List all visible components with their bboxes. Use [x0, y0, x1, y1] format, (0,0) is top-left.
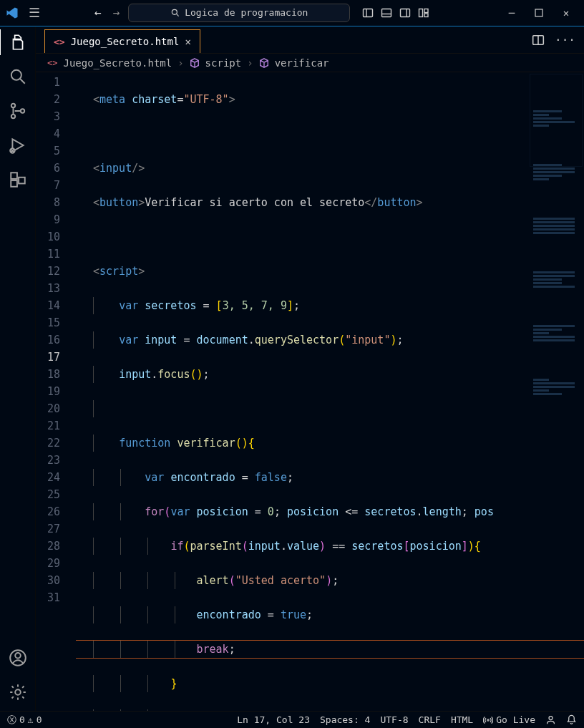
svg-rect-2 [364, 9, 373, 16]
html-file-icon: <> [54, 37, 65, 47]
nav-back-icon[interactable]: ← [92, 6, 104, 19]
editor-tabs: <> Juego_Secreto.html ✕ ··· [36, 26, 584, 54]
line-number-gutter: 12345 678910 1112131415 1617181920 21222… [36, 72, 76, 711]
close-icon[interactable]: ✕ [560, 6, 573, 19]
minimap[interactable] [530, 74, 583, 167]
activity-bar [0, 26, 36, 711]
broadcast-icon [483, 715, 493, 725]
status-encoding[interactable]: UTF-8 [380, 714, 408, 725]
tab-close-icon[interactable]: ✕ [185, 36, 190, 47]
svg-line-13 [20, 79, 25, 84]
chevron-right-icon: › [177, 57, 183, 69]
svg-point-26 [487, 719, 489, 720]
symbol-icon [259, 58, 269, 68]
title-bar: ☰ ← → Logica de programacion ─ ✕ [0, 0, 584, 26]
svg-point-16 [20, 109, 24, 112]
settings-gear-icon[interactable] [8, 682, 28, 702]
layout-controls [361, 6, 430, 19]
svg-rect-20 [19, 178, 25, 184]
status-go-live[interactable]: Go Live [483, 714, 535, 725]
panel-left-icon[interactable] [361, 6, 374, 19]
svg-point-0 [172, 9, 177, 14]
chevron-right-icon: › [247, 57, 253, 69]
run-debug-icon[interactable] [8, 135, 28, 155]
search-text: Logica de programacion [185, 7, 308, 18]
svg-rect-8 [419, 9, 423, 16]
command-search-box[interactable]: Logica de programacion [128, 4, 350, 22]
maximize-icon[interactable] [532, 6, 545, 19]
svg-rect-10 [424, 14, 428, 17]
split-editor-icon[interactable] [532, 34, 545, 47]
editor-body[interactable]: 12345 678910 1112131415 1617181920 21222… [36, 72, 584, 711]
minimize-icon[interactable]: ─ [505, 6, 518, 19]
svg-rect-6 [401, 9, 410, 16]
svg-point-14 [11, 104, 14, 107]
status-cursor-position[interactable]: Ln 17, Col 23 [237, 714, 310, 725]
source-control-icon[interactable] [8, 101, 28, 121]
status-feedback-icon[interactable] [545, 714, 556, 725]
tab-filename: Juego_Secreto.html [71, 36, 180, 47]
nav-forward-icon[interactable]: → [110, 6, 123, 19]
panel-bottom-icon[interactable] [380, 6, 393, 19]
svg-rect-11 [535, 9, 542, 16]
status-bell-icon[interactable] [566, 714, 577, 725]
status-eol[interactable]: CRLF [419, 714, 441, 725]
svg-point-23 [15, 689, 21, 695]
breadcrumb-script[interactable]: script [205, 57, 242, 69]
code-content[interactable]: <meta charset="UTF-8"> <input/> <button>… [76, 72, 584, 711]
search-icon [170, 8, 180, 18]
svg-point-15 [11, 115, 14, 118]
svg-point-27 [549, 717, 553, 720]
svg-point-22 [15, 653, 21, 659]
window-controls: ─ ✕ [505, 6, 578, 19]
layout-grid-icon[interactable] [417, 6, 430, 19]
breadcrumb-verificar[interactable]: verificar [275, 57, 329, 69]
breadcrumb-file[interactable]: Juego_Secreto.html [63, 57, 172, 69]
explorer-icon[interactable] [8, 32, 28, 52]
menu-icon[interactable]: ☰ [24, 6, 44, 19]
symbol-icon [190, 58, 200, 68]
vscode-logo-icon [6, 6, 19, 19]
extensions-icon[interactable] [8, 170, 28, 190]
accounts-icon[interactable] [8, 648, 28, 668]
status-indentation[interactable]: Spaces: 4 [320, 714, 370, 725]
svg-rect-19 [11, 180, 17, 187]
svg-point-12 [11, 70, 21, 80]
editor-group: <> Juego_Secreto.html ✕ ··· <> Juego_Sec… [36, 26, 584, 711]
svg-rect-9 [424, 9, 428, 12]
warning-icon: ⚠ [28, 714, 34, 725]
panel-right-icon[interactable] [399, 6, 412, 19]
svg-line-1 [177, 14, 179, 16]
status-bar: ⓧ0 ⚠0 Ln 17, Col 23 Spaces: 4 UTF-8 CRLF… [0, 711, 584, 728]
search-sidebar-icon[interactable] [8, 67, 28, 87]
more-actions-icon[interactable]: ··· [555, 33, 575, 47]
error-icon: ⓧ [7, 714, 16, 727]
html-file-icon: <> [47, 58, 57, 68]
tab-juego-secreto[interactable]: <> Juego_Secreto.html ✕ [44, 29, 200, 53]
status-errors[interactable]: ⓧ0 ⚠0 [7, 714, 42, 727]
svg-rect-4 [382, 9, 391, 16]
main-area: <> Juego_Secreto.html ✕ ··· <> Juego_Sec… [0, 26, 584, 711]
status-language[interactable]: HTML [451, 714, 473, 725]
breadcrumbs[interactable]: <> Juego_Secreto.html › script › verific… [36, 54, 584, 72]
svg-rect-18 [11, 173, 17, 179]
